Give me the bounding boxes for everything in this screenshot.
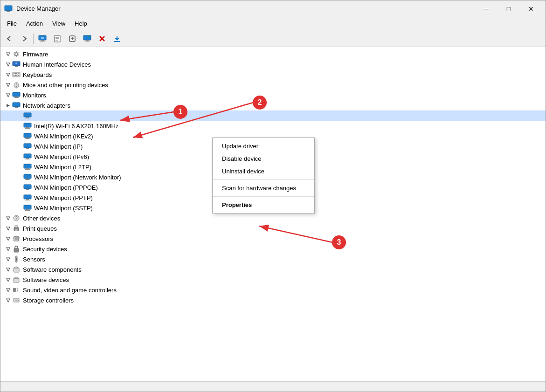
expand-icon-mice[interactable] — [4, 81, 12, 89]
expand-icon-na-blank[interactable] — [15, 112, 23, 119]
expand-icon-security-devices[interactable] — [4, 245, 12, 253]
device-manager-button[interactable] — [35, 32, 49, 45]
context-update-driver[interactable]: Update driver — [213, 140, 314, 152]
tree-item-software-devices[interactable]: Software devices — [0, 275, 546, 285]
svg-rect-50 — [15, 107, 18, 108]
svg-rect-28 — [14, 67, 19, 67]
tree-label-software-devices: Software devices — [23, 276, 69, 283]
expand-icon-sound[interactable] — [4, 286, 12, 294]
expand-icon-na-wan-ikev2[interactable] — [15, 132, 23, 140]
scan-button[interactable] — [65, 32, 79, 45]
expand-icon-keyboards[interactable] — [4, 71, 12, 78]
menu-action[interactable]: Action — [21, 19, 48, 28]
expand-icon-monitors[interactable] — [4, 91, 12, 99]
tree-label-keyboards: Keyboards — [23, 71, 52, 78]
expand-icon-na-wan-pptp[interactable] — [15, 194, 23, 201]
tree-item-mice[interactable]: Mice and other pointing devices — [0, 80, 546, 90]
tree-icon-other-devices: ? — [12, 213, 21, 223]
tree-label-mice: Mice and other pointing devices — [23, 82, 108, 89]
tree-item-security-devices[interactable]: Security devices — [0, 244, 546, 254]
tree-item-hid[interactable]: Human Interface Devices — [0, 59, 546, 69]
tree-label-na-wan-pptp: WAN Miniport (PPTP) — [34, 194, 93, 201]
tree-label-na-wifi: Intel(R) Wi-Fi 6 AX201 160MHz — [34, 123, 118, 130]
tree-item-other-devices[interactable]: ?Other devices — [0, 213, 546, 223]
menu-help[interactable]: Help — [70, 19, 92, 28]
svg-rect-5 — [40, 41, 45, 41]
svg-rect-49 — [13, 103, 20, 107]
expand-icon-software-devices[interactable] — [4, 276, 12, 283]
update-driver-button[interactable] — [80, 32, 94, 45]
toolbar-sep-1 — [33, 34, 34, 44]
expand-icon-na-wan-ip[interactable] — [15, 143, 23, 150]
context-properties[interactable]: Properties — [213, 199, 314, 211]
expand-icon-na-wan-l2tp[interactable] — [15, 163, 23, 171]
expand-icon-processors[interactable] — [4, 235, 12, 242]
svg-rect-70 — [24, 174, 31, 179]
tree-item-firmware[interactable]: Firmware — [0, 49, 546, 59]
tree-item-keyboards[interactable]: Keyboards — [0, 69, 546, 80]
tree-icon-na-blank — [23, 111, 32, 120]
expand-icon-sensors[interactable] — [4, 255, 12, 263]
svg-rect-54 — [25, 118, 30, 118]
tree-item-storage[interactable]: Storage controllers — [0, 295, 546, 305]
tree-icon-na-wan-ipv6 — [23, 152, 32, 161]
svg-rect-53 — [26, 117, 29, 118]
tree-icon-na-wan-ip — [23, 142, 32, 151]
tree-label-na-wan-l2tp: WAN Miniport (L2TP) — [34, 164, 91, 171]
expand-icon-na-wan-ipv6[interactable] — [15, 153, 23, 160]
status-bar — [0, 381, 546, 392]
tree-item-na-blank[interactable] — [0, 110, 546, 121]
expand-icon-network-adapters[interactable] — [4, 102, 12, 109]
svg-marker-89 — [7, 237, 10, 241]
context-disable-device[interactable]: Disable device — [213, 152, 314, 165]
expand-icon-firmware[interactable] — [4, 50, 12, 58]
expand-icon-other-devices[interactable] — [4, 214, 12, 222]
svg-rect-32 — [14, 73, 14, 74]
svg-rect-110 — [13, 288, 16, 292]
close-button[interactable]: ✕ — [520, 2, 542, 16]
tree-item-monitors[interactable]: Monitors — [0, 90, 546, 100]
expand-icon-storage[interactable] — [4, 296, 12, 304]
forward-button[interactable] — [17, 32, 31, 45]
tree-label-sound: Sound, video and game controllers — [23, 287, 117, 294]
toolbar — [0, 30, 546, 47]
svg-rect-14 — [83, 35, 91, 40]
tree-item-print-queues[interactable]: Print queues — [0, 223, 546, 234]
tree-item-sensors[interactable]: Sensors — [0, 254, 546, 264]
svg-point-43 — [16, 86, 17, 88]
svg-rect-38 — [16, 75, 17, 76]
tree-item-network-adapters[interactable]: Network adapters — [0, 100, 546, 110]
expand-icon-na-wifi[interactable] — [15, 122, 23, 130]
expand-icon-na-wan-sstp[interactable] — [15, 204, 23, 212]
expand-icon-software-components[interactable] — [4, 266, 12, 273]
svg-rect-62 — [26, 148, 29, 149]
expand-icon-na-wan-pppoe[interactable] — [15, 184, 23, 191]
menu-view[interactable]: View — [48, 19, 70, 28]
svg-marker-82 — [7, 217, 10, 220]
device-tree[interactable]: FirmwareHuman Interface DevicesKeyboards… — [0, 47, 546, 381]
back-button[interactable] — [2, 32, 16, 45]
tree-icon-na-wan-netmon — [23, 172, 32, 182]
properties-button[interactable] — [50, 32, 64, 45]
svg-rect-45 — [13, 92, 20, 96]
expand-icon-hid[interactable] — [4, 61, 12, 68]
context-scan-hardware[interactable]: Scan for hardware changes — [213, 182, 314, 194]
install-button[interactable] — [110, 32, 124, 45]
svg-rect-74 — [26, 189, 29, 190]
minimize-button[interactable]: ─ — [476, 2, 497, 16]
svg-marker-111 — [7, 299, 10, 302]
menu-file[interactable]: File — [2, 19, 21, 28]
tree-item-software-components[interactable]: Software components — [0, 264, 546, 275]
svg-marker-85 — [7, 227, 10, 230]
maximize-button[interactable]: □ — [498, 2, 519, 16]
context-uninstall-device[interactable]: Uninstall device — [213, 165, 314, 178]
svg-rect-56 — [26, 127, 29, 128]
remove-button[interactable] — [95, 32, 109, 45]
context-sep-1 — [213, 179, 314, 180]
expand-icon-print-queues[interactable] — [4, 225, 12, 232]
tree-item-sound[interactable]: Sound, video and game controllers — [0, 285, 546, 295]
tree-item-processors[interactable]: Processors — [0, 234, 546, 244]
expand-icon-na-wan-netmon[interactable] — [15, 173, 23, 181]
tree-item-na-wifi[interactable]: Intel(R) Wi-Fi 6 AX201 160MHz — [0, 121, 546, 131]
svg-rect-91 — [15, 237, 18, 240]
